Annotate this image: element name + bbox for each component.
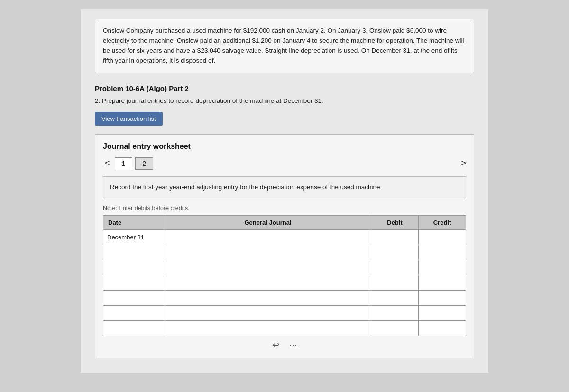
journal-input[interactable] (165, 230, 371, 245)
debit-input[interactable] (371, 260, 418, 275)
view-transaction-list-button[interactable]: View transaction list (95, 112, 163, 126)
cell-date (103, 305, 165, 320)
worksheet-container: Journal entry worksheet < 1 2 > Record t… (95, 134, 474, 358)
col-header-debit: Debit (371, 215, 419, 229)
cell-debit[interactable] (371, 245, 419, 260)
cell-date (103, 260, 165, 275)
journal-input[interactable] (165, 321, 371, 336)
next-tab-button[interactable]: > (461, 158, 466, 168)
credit-input[interactable] (419, 230, 466, 245)
record-instruction-text: Record the first year year-end adjusting… (110, 183, 382, 191)
cell-debit[interactable] (371, 305, 419, 320)
cell-credit[interactable] (419, 320, 466, 336)
instruction-text: Prepare journal entries to record deprec… (102, 97, 323, 104)
cell-debit[interactable] (371, 260, 419, 275)
tab-navigation: < 1 2 > (103, 157, 466, 170)
cell-date (103, 290, 165, 305)
info-text: Onslow Company purchased a used machine … (103, 27, 464, 64)
problem-instruction: 2. Prepare journal entries to record dep… (95, 97, 474, 104)
credit-input[interactable] (419, 306, 466, 320)
note-text: Note: Enter debits before credits. (103, 205, 466, 211)
debit-input[interactable] (371, 321, 418, 336)
undo-button[interactable]: ↩ (272, 340, 279, 350)
instruction-number: 2. (95, 97, 100, 104)
main-container: Onslow Company purchased a used machine … (81, 9, 488, 373)
col-header-credit: Credit (419, 215, 466, 229)
journal-input[interactable] (165, 291, 371, 305)
cell-credit[interactable] (419, 260, 466, 275)
debit-input[interactable] (371, 245, 418, 260)
tab-2[interactable]: 2 (135, 157, 153, 170)
cell-credit[interactable] (419, 245, 466, 260)
table-row (103, 290, 466, 305)
prev-tab-button[interactable]: < (103, 157, 112, 169)
table-row: December 31 (103, 229, 466, 245)
col-header-journal: General Journal (165, 215, 371, 229)
cell-journal[interactable] (165, 275, 371, 290)
cell-date (103, 245, 165, 260)
table-row (103, 305, 466, 320)
cell-journal[interactable] (165, 245, 371, 260)
table-row (103, 275, 466, 290)
col-header-date: Date (103, 215, 165, 229)
cell-debit[interactable] (371, 275, 419, 290)
cell-journal[interactable] (165, 305, 371, 320)
cell-journal[interactable] (165, 290, 371, 305)
cell-date (103, 320, 165, 336)
cell-journal[interactable] (165, 260, 371, 275)
cell-journal[interactable] (165, 320, 371, 336)
cell-journal[interactable] (165, 229, 371, 245)
table-row (103, 260, 466, 275)
problem-title: Problem 10-6A (Algo) Part 2 (95, 84, 474, 92)
credit-input[interactable] (419, 291, 466, 305)
debit-input[interactable] (371, 275, 418, 290)
cell-date: December 31 (103, 229, 165, 245)
cell-credit[interactable] (419, 305, 466, 320)
cell-debit[interactable] (371, 320, 419, 336)
cell-credit[interactable] (419, 290, 466, 305)
cell-credit[interactable] (419, 229, 466, 245)
journal-input[interactable] (165, 245, 371, 260)
journal-input[interactable] (165, 260, 371, 275)
debit-input[interactable] (371, 230, 418, 245)
worksheet-title: Journal entry worksheet (103, 142, 466, 151)
credit-input[interactable] (419, 321, 466, 336)
journal-input[interactable] (165, 306, 371, 320)
journal-input[interactable] (165, 275, 371, 290)
cell-credit[interactable] (419, 275, 466, 290)
credit-input[interactable] (419, 275, 466, 290)
credit-input[interactable] (419, 245, 466, 260)
table-row (103, 245, 466, 260)
more-options-button[interactable]: ⋯ (289, 340, 297, 350)
info-box: Onslow Company purchased a used machine … (95, 19, 474, 73)
journal-table: Date General Journal Debit Credit Decemb… (103, 215, 466, 336)
debit-input[interactable] (371, 306, 418, 320)
cell-debit[interactable] (371, 290, 419, 305)
cell-date (103, 275, 165, 290)
tab-1[interactable]: 1 (115, 157, 133, 170)
cell-debit[interactable] (371, 229, 419, 245)
debit-input[interactable] (371, 291, 418, 305)
bottom-icons: ↩ ⋯ (103, 340, 466, 350)
record-instruction-box: Record the first year year-end adjusting… (103, 176, 466, 198)
table-row (103, 320, 466, 336)
credit-input[interactable] (419, 260, 466, 275)
